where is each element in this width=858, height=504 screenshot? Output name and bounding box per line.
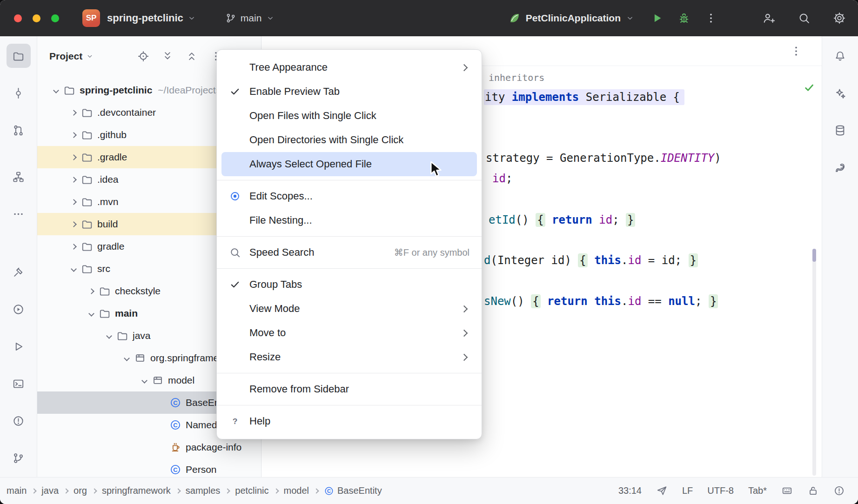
keyboard-icon[interactable] — [781, 485, 793, 497]
menu-item-enable-preview-tab[interactable]: Enable Preview Tab — [221, 80, 477, 104]
settings-icon[interactable] — [833, 12, 846, 25]
menu-item-remove-from-sidebar[interactable]: Remove from Sidebar — [221, 377, 477, 401]
chevron-down-icon — [187, 13, 196, 23]
class-icon: C — [169, 397, 181, 409]
inheritors-hint[interactable]: inheritors — [489, 72, 544, 83]
tree-chevron-icon[interactable] — [68, 155, 79, 159]
code-line[interactable]: id; — [492, 172, 512, 185]
caret-position-widget[interactable]: 33:14 — [618, 485, 642, 496]
build-icon[interactable] — [7, 260, 31, 284]
code-line[interactable]: strategy = GenerationType.IDENTITY) — [486, 152, 721, 165]
menu-item-group-tabs[interactable]: Group Tabs — [221, 272, 477, 297]
tree-chevron-icon[interactable] — [68, 133, 79, 137]
tree-chevron-icon[interactable] — [68, 111, 79, 115]
tree-item-person[interactable]: CPerson — [37, 458, 261, 477]
debug-icon[interactable] — [677, 12, 690, 25]
close-window-button[interactable] — [14, 14, 22, 22]
menu-item-speed-search[interactable]: Speed Search⌘F or any symbol — [221, 240, 477, 265]
version-control-icon[interactable] — [7, 446, 31, 470]
expand-all-icon[interactable] — [161, 50, 174, 62]
scope-icon — [228, 189, 242, 203]
tree-chevron-icon[interactable] — [68, 178, 79, 182]
breadcrumb-item-samples[interactable]: samples — [186, 485, 220, 496]
locate-file-icon[interactable] — [137, 50, 149, 62]
tree-chevron-icon[interactable] — [68, 267, 79, 271]
tree-chevron-icon[interactable] — [86, 312, 97, 316]
unlocked-icon[interactable] — [807, 485, 819, 497]
tree-item-package-info[interactable]: package-info — [37, 436, 261, 458]
code-line[interactable]: ity implements Serializable { — [484, 91, 684, 104]
services-icon[interactable] — [7, 297, 31, 321]
menu-item-always-select-opened-file[interactable]: Always Select Opened File — [221, 152, 477, 176]
breadcrumb-item-org[interactable]: org — [74, 485, 87, 496]
database-icon[interactable] — [828, 118, 852, 142]
scrollbar-thumb[interactable] — [812, 249, 816, 262]
menu-item-resize[interactable]: Resize — [221, 345, 477, 369]
menu-item-help[interactable]: ?Help — [221, 409, 477, 433]
breadcrumb-item-main[interactable]: main — [7, 485, 27, 496]
ai-assistant-icon[interactable] — [828, 81, 852, 105]
run-tool-icon[interactable] — [7, 334, 31, 358]
project-name: spring-petclinic — [107, 12, 183, 24]
menu-item-view-mode[interactable]: View Mode — [221, 297, 477, 321]
tree-chevron-icon[interactable] — [86, 289, 97, 293]
tree-chevron-icon[interactable] — [68, 245, 79, 249]
editor-options-icon[interactable] — [790, 45, 803, 58]
error-indicator-icon[interactable] — [833, 485, 845, 497]
collapse-all-icon[interactable] — [186, 50, 198, 62]
paper-plane-icon[interactable] — [656, 485, 668, 497]
search-icon[interactable] — [798, 12, 811, 25]
file-encoding-widget[interactable]: UTF-8 — [707, 485, 734, 496]
menu-item-open-files-with-single-click[interactable]: Open Files with Single Click — [221, 104, 477, 128]
pull-requests-icon[interactable] — [7, 118, 31, 142]
add-user-icon[interactable] — [762, 12, 775, 25]
notifications-icon[interactable] — [828, 44, 852, 68]
more-tools-icon[interactable] — [7, 202, 31, 226]
menu-separator — [217, 405, 482, 405]
minimize-window-button[interactable] — [33, 14, 40, 22]
tool-window-title[interactable]: Project — [49, 51, 94, 62]
left-strip-bottom-group — [7, 260, 31, 470]
tree-item-path: ~/IdeaProjects — [158, 85, 221, 96]
menu-item-tree-appearance[interactable]: Tree Appearance — [221, 55, 477, 80]
editor-scrollbar[interactable] — [812, 249, 816, 476]
menu-item-open-directories-with-single-click[interactable]: Open Directories with Single Click — [221, 128, 477, 152]
tree-chevron-icon[interactable] — [68, 200, 79, 204]
menu-item-move-to[interactable]: Move to — [221, 321, 477, 345]
zoom-window-button[interactable] — [51, 14, 59, 22]
project-icon[interactable] — [7, 44, 31, 68]
breadcrumb-item-model[interactable]: model — [284, 485, 309, 496]
tree-chevron-icon[interactable] — [50, 88, 61, 93]
inspections-ok-icon[interactable] — [803, 81, 815, 93]
tree-chevron-icon[interactable] — [121, 356, 132, 360]
code-line[interactable]: sNew() { return this.id == null; } — [484, 295, 718, 308]
gradle-icon[interactable] — [828, 155, 852, 179]
problems-icon[interactable] — [7, 409, 31, 433]
project-switcher[interactable]: spring-petclinic — [107, 12, 196, 24]
more-icon[interactable] — [704, 12, 717, 25]
breadcrumb-item-petclinic[interactable]: petclinic — [235, 485, 268, 496]
menu-item-lead — [228, 302, 242, 316]
breadcrumb-item-springframework[interactable]: springframework — [102, 485, 171, 496]
terminal-icon[interactable] — [7, 371, 31, 396]
branch-switcher[interactable]: main — [225, 13, 275, 24]
structure-icon[interactable] — [7, 165, 31, 189]
menu-item-edit-scopes[interactable]: Edit Scopes... — [221, 184, 477, 208]
tree-chevron-icon[interactable] — [103, 334, 114, 338]
indent-style-widget[interactable]: Tab* — [748, 485, 767, 496]
breadcrumb-item-java[interactable]: java — [41, 485, 59, 496]
breadcrumb-item-baseentity[interactable]: CBaseEntity — [324, 485, 382, 496]
tree-chevron-icon[interactable] — [139, 378, 150, 383]
code-line[interactable]: etId() { return id; } — [489, 213, 635, 226]
code-line[interactable]: d(Integer id) { this.id = id; } — [484, 254, 698, 267]
commit-icon[interactable] — [7, 81, 31, 105]
line-separator-widget[interactable]: LF — [682, 485, 693, 496]
left-strip-top-group — [7, 44, 31, 226]
run-configuration-selector[interactable]: PetClinicApplication — [508, 12, 635, 25]
menu-separator — [217, 180, 482, 180]
menu-item-file-nesting[interactable]: File Nesting... — [221, 208, 477, 232]
menu-item-lead — [228, 133, 242, 147]
project-panel-title: Project — [49, 51, 82, 62]
tree-chevron-icon[interactable] — [68, 222, 79, 226]
run-icon[interactable] — [650, 12, 664, 25]
